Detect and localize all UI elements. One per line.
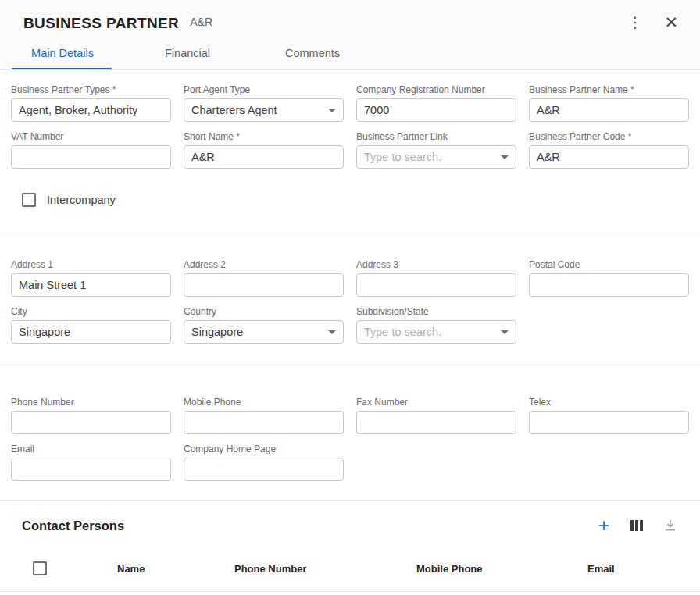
city-input[interactable] — [11, 320, 171, 344]
field-short-name: Short Name * — [184, 131, 344, 169]
select-all-checkbox[interactable] — [33, 561, 47, 575]
field-business-partner-link: Business Partner Link Type to search. — [356, 131, 516, 169]
business-partner-name-label: Business Partner Name * — [529, 84, 689, 95]
download-button[interactable] — [662, 518, 678, 533]
field-address-3: Address 3 — [356, 259, 516, 297]
kebab-menu-icon[interactable]: ⋮ — [624, 14, 645, 31]
tab-comments[interactable]: Comments — [250, 39, 375, 69]
country-value: Singapore — [191, 326, 243, 338]
contact-persons-actions: + — [597, 516, 678, 535]
field-address-2: Address 2 — [184, 259, 344, 297]
business-partner-link-label: Business Partner Link — [356, 131, 516, 142]
company-registration-number-label: Company Registration Number — [356, 84, 516, 95]
close-icon[interactable]: ✕ — [664, 14, 678, 31]
business-partner-name-input[interactable] — [529, 98, 689, 122]
mobile-phone-input[interactable] — [184, 411, 344, 434]
phone-number-input[interactable] — [11, 411, 171, 434]
intercompany-row: Intercompany — [22, 193, 689, 207]
field-vat-number: VAT Number — [11, 131, 171, 169]
tab-financial[interactable]: Financial — [125, 39, 250, 69]
email-label: Email — [11, 444, 171, 454]
empty-cell — [529, 306, 689, 344]
address-section: Address 1 Address 2 Address 3 Postal Cod… — [0, 237, 700, 344]
city-label: City — [11, 306, 171, 317]
fax-number-label: Fax Number — [356, 397, 516, 408]
tab-bar: Main Details Financial Comments — [0, 39, 375, 69]
address-1-label: Address 1 — [11, 259, 171, 270]
chevron-down-icon — [501, 330, 509, 334]
vat-number-input[interactable] — [11, 145, 171, 169]
business-partner-code-input[interactable] — [529, 145, 689, 169]
field-phone-number: Phone Number — [11, 397, 171, 434]
contact-persons-table-header: Name Phone Number Mobile Phone Email — [0, 546, 700, 591]
email-input[interactable] — [11, 458, 171, 481]
port-agent-type-label: Port Agent Type — [184, 84, 344, 95]
business-partner-types-input[interactable] — [11, 98, 171, 122]
column-header-name[interactable]: Name — [117, 563, 234, 575]
business-partner-types-label: Business Partner Types * — [11, 84, 171, 95]
intercompany-label: Intercompany — [47, 194, 116, 206]
address-2-input[interactable] — [184, 273, 344, 297]
telex-input[interactable] — [529, 411, 689, 434]
phone-number-label: Phone Number — [11, 397, 171, 408]
fax-number-input[interactable] — [356, 411, 516, 434]
subdivision-state-placeholder: Type to search. — [364, 326, 441, 338]
page-subtitle: A&R — [190, 16, 212, 28]
address-2-label: Address 2 — [184, 259, 344, 270]
telex-label: Telex — [529, 397, 689, 408]
country-select[interactable]: Singapore — [184, 320, 344, 344]
company-home-page-label: Company Home Page — [184, 444, 344, 454]
chevron-down-icon — [501, 155, 509, 159]
column-header-phone-number[interactable]: Phone Number — [234, 563, 416, 575]
field-subdivision-state: Subdivision/State Type to search. — [356, 306, 516, 344]
column-header-mobile-phone[interactable]: Mobile Phone — [416, 563, 588, 575]
company-registration-number-input[interactable] — [356, 98, 516, 122]
field-telex: Telex — [529, 397, 689, 434]
address-3-input[interactable] — [356, 273, 516, 297]
postal-code-input[interactable] — [529, 273, 689, 297]
contact-persons-header: Contact Persons + — [0, 501, 700, 546]
country-label: Country — [184, 306, 344, 317]
short-name-input[interactable] — [184, 145, 344, 169]
company-home-page-input[interactable] — [184, 458, 344, 481]
empty-cell — [356, 444, 516, 481]
business-partner-link-select[interactable]: Type to search. — [356, 145, 516, 169]
intercompany-checkbox[interactable] — [22, 193, 36, 207]
identity-section: Business Partner Types * Port Agent Type… — [0, 70, 700, 207]
contact-persons-title: Contact Persons — [22, 518, 124, 533]
subdivision-state-select[interactable]: Type to search. — [356, 320, 516, 344]
empty-cell — [529, 444, 689, 481]
address-3-label: Address 3 — [356, 259, 516, 270]
port-agent-type-value: Charterers Agent — [191, 104, 277, 116]
field-city: City — [11, 306, 171, 344]
download-icon — [664, 519, 677, 532]
contact-info-section: Phone Number Mobile Phone Fax Number Tel… — [0, 365, 700, 481]
chevron-down-icon — [328, 330, 336, 334]
columns-button[interactable] — [628, 518, 645, 533]
field-postal-code: Postal Code — [529, 259, 689, 297]
field-port-agent-type: Port Agent Type Charterers Agent — [184, 84, 344, 122]
field-business-partner-name: Business Partner Name * — [529, 84, 689, 122]
field-business-partner-code: Business Partner Code * — [529, 131, 689, 169]
business-partner-code-label: Business Partner Code * — [529, 131, 689, 142]
field-email: Email — [11, 444, 171, 481]
chevron-down-icon — [328, 109, 336, 112]
select-all-cell — [22, 561, 117, 575]
title-row: BUSINESS PARTNER A&R — [0, 0, 700, 32]
subdivision-state-label: Subdivision/State — [356, 306, 516, 317]
add-contact-button[interactable]: + — [597, 516, 611, 535]
port-agent-type-select[interactable]: Charterers Agent — [184, 98, 344, 122]
page-title: BUSINESS PARTNER — [23, 15, 179, 32]
plus-icon: + — [598, 518, 609, 533]
columns-icon — [630, 519, 644, 532]
vat-number-label: VAT Number — [11, 131, 171, 142]
field-country: Country Singapore — [184, 306, 344, 344]
tab-main-details[interactable]: Main Details — [0, 39, 125, 69]
business-partner-dialog: BUSINESS PARTNER A&R ⋮ ✕ Main Details Fi… — [0, 0, 700, 595]
address-1-input[interactable] — [11, 273, 171, 297]
column-header-email[interactable]: Email — [588, 563, 678, 575]
mobile-phone-label: Mobile Phone — [184, 397, 344, 408]
short-name-label: Short Name * — [184, 131, 344, 142]
contact-persons-section: Contact Persons + — [0, 500, 700, 592]
header-actions: ⋮ ✕ — [624, 14, 678, 31]
